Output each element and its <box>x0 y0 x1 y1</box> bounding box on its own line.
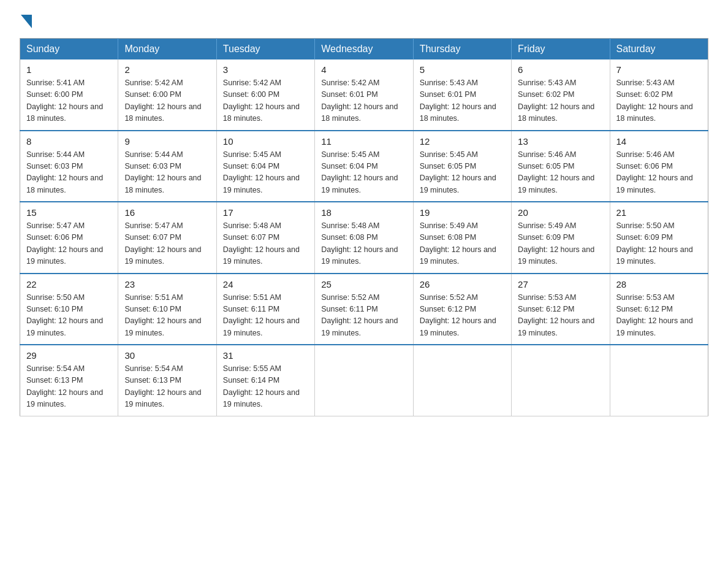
calendar-week-row: 8 Sunrise: 5:44 AM Sunset: 6:03 PM Dayli… <box>20 131 708 202</box>
day-number: 10 <box>223 136 308 147</box>
day-number: 24 <box>223 279 308 289</box>
day-info: Sunrise: 5:53 AM Sunset: 6:12 PM Dayligh… <box>518 292 603 340</box>
day-number: 14 <box>616 136 702 147</box>
day-info: Sunrise: 5:46 AM Sunset: 6:05 PM Dayligh… <box>518 149 603 197</box>
day-number: 8 <box>26 136 112 147</box>
day-number: 31 <box>223 350 308 361</box>
calendar-cell <box>512 345 610 416</box>
day-number: 30 <box>124 350 210 361</box>
day-info: Sunrise: 5:47 AM Sunset: 6:07 PM Dayligh… <box>124 220 210 268</box>
day-info: Sunrise: 5:42 AM Sunset: 6:01 PM Dayligh… <box>321 77 406 125</box>
calendar-cell: 31 Sunrise: 5:55 AM Sunset: 6:14 PM Dayl… <box>216 345 314 416</box>
logo-text <box>20 15 33 28</box>
day-number: 19 <box>420 207 505 218</box>
day-info: Sunrise: 5:43 AM Sunset: 6:02 PM Dayligh… <box>616 77 702 125</box>
calendar-cell: 18 Sunrise: 5:48 AM Sunset: 6:08 PM Dayl… <box>315 202 413 274</box>
day-info: Sunrise: 5:51 AM Sunset: 6:11 PM Dayligh… <box>223 292 308 340</box>
calendar-cell: 17 Sunrise: 5:48 AM Sunset: 6:07 PM Dayl… <box>216 202 314 274</box>
calendar-cell: 19 Sunrise: 5:49 AM Sunset: 6:08 PM Dayl… <box>413 202 511 274</box>
header-sunday: Sunday <box>20 39 118 60</box>
calendar-cell <box>610 345 708 416</box>
logo <box>20 15 33 26</box>
calendar-cell: 27 Sunrise: 5:53 AM Sunset: 6:12 PM Dayl… <box>512 274 610 345</box>
day-info: Sunrise: 5:49 AM Sunset: 6:08 PM Dayligh… <box>420 220 505 268</box>
day-number: 28 <box>616 279 702 289</box>
calendar-cell: 14 Sunrise: 5:46 AM Sunset: 6:06 PM Dayl… <box>610 131 708 202</box>
calendar-header-row: SundayMondayTuesdayWednesdayThursdayFrid… <box>20 39 708 60</box>
calendar-cell: 7 Sunrise: 5:43 AM Sunset: 6:02 PM Dayli… <box>610 59 708 131</box>
calendar-cell: 4 Sunrise: 5:42 AM Sunset: 6:01 PM Dayli… <box>315 59 413 131</box>
day-info: Sunrise: 5:44 AM Sunset: 6:03 PM Dayligh… <box>26 149 112 197</box>
day-number: 3 <box>223 64 308 75</box>
calendar-cell: 11 Sunrise: 5:45 AM Sunset: 6:04 PM Dayl… <box>315 131 413 202</box>
calendar-cell: 13 Sunrise: 5:46 AM Sunset: 6:05 PM Dayl… <box>512 131 610 202</box>
day-number: 6 <box>518 64 603 75</box>
calendar-cell: 3 Sunrise: 5:42 AM Sunset: 6:00 PM Dayli… <box>216 59 314 131</box>
day-number: 27 <box>518 279 603 289</box>
header-wednesday: Wednesday <box>315 39 413 60</box>
day-info: Sunrise: 5:54 AM Sunset: 6:13 PM Dayligh… <box>124 363 210 411</box>
day-number: 1 <box>26 64 112 75</box>
day-number: 5 <box>420 64 505 75</box>
day-number: 22 <box>26 279 112 289</box>
day-number: 7 <box>616 64 702 75</box>
day-number: 18 <box>321 207 406 218</box>
day-number: 15 <box>26 207 112 218</box>
day-info: Sunrise: 5:54 AM Sunset: 6:13 PM Dayligh… <box>26 363 112 411</box>
day-info: Sunrise: 5:48 AM Sunset: 6:07 PM Dayligh… <box>223 220 308 268</box>
calendar-cell: 15 Sunrise: 5:47 AM Sunset: 6:06 PM Dayl… <box>20 202 118 274</box>
day-number: 4 <box>321 64 406 75</box>
day-info: Sunrise: 5:50 AM Sunset: 6:10 PM Dayligh… <box>26 292 112 340</box>
day-number: 26 <box>420 279 505 289</box>
day-info: Sunrise: 5:50 AM Sunset: 6:09 PM Dayligh… <box>616 220 702 268</box>
header-thursday: Thursday <box>413 39 511 60</box>
day-info: Sunrise: 5:51 AM Sunset: 6:10 PM Dayligh… <box>124 292 210 340</box>
calendar-cell: 28 Sunrise: 5:53 AM Sunset: 6:12 PM Dayl… <box>610 274 708 345</box>
day-number: 20 <box>518 207 603 218</box>
calendar-cell: 1 Sunrise: 5:41 AM Sunset: 6:00 PM Dayli… <box>20 59 118 131</box>
day-info: Sunrise: 5:48 AM Sunset: 6:08 PM Dayligh… <box>321 220 406 268</box>
header-friday: Friday <box>512 39 610 60</box>
header-saturday: Saturday <box>610 39 708 60</box>
day-info: Sunrise: 5:52 AM Sunset: 6:11 PM Dayligh… <box>321 292 406 340</box>
calendar-cell <box>315 345 413 416</box>
calendar-cell: 20 Sunrise: 5:49 AM Sunset: 6:09 PM Dayl… <box>512 202 610 274</box>
day-number: 13 <box>518 136 603 147</box>
header-tuesday: Tuesday <box>216 39 314 60</box>
day-number: 11 <box>321 136 406 147</box>
calendar-table: SundayMondayTuesdayWednesdayThursdayFrid… <box>20 38 708 416</box>
day-number: 25 <box>321 279 406 289</box>
day-number: 9 <box>124 136 210 147</box>
day-info: Sunrise: 5:45 AM Sunset: 6:04 PM Dayligh… <box>321 149 406 197</box>
header-monday: Monday <box>118 39 216 60</box>
calendar-cell: 9 Sunrise: 5:44 AM Sunset: 6:03 PM Dayli… <box>118 131 216 202</box>
day-info: Sunrise: 5:44 AM Sunset: 6:03 PM Dayligh… <box>124 149 210 197</box>
day-info: Sunrise: 5:43 AM Sunset: 6:01 PM Dayligh… <box>420 77 505 125</box>
day-info: Sunrise: 5:45 AM Sunset: 6:04 PM Dayligh… <box>223 149 308 197</box>
calendar-cell: 2 Sunrise: 5:42 AM Sunset: 6:00 PM Dayli… <box>118 59 216 131</box>
calendar-week-row: 22 Sunrise: 5:50 AM Sunset: 6:10 PM Dayl… <box>20 274 708 345</box>
page-header <box>20 15 708 26</box>
calendar-week-row: 15 Sunrise: 5:47 AM Sunset: 6:06 PM Dayl… <box>20 202 708 274</box>
day-number: 2 <box>124 64 210 75</box>
day-info: Sunrise: 5:43 AM Sunset: 6:02 PM Dayligh… <box>518 77 603 125</box>
day-number: 12 <box>420 136 505 147</box>
day-info: Sunrise: 5:55 AM Sunset: 6:14 PM Dayligh… <box>223 363 308 411</box>
day-info: Sunrise: 5:49 AM Sunset: 6:09 PM Dayligh… <box>518 220 603 268</box>
day-info: Sunrise: 5:42 AM Sunset: 6:00 PM Dayligh… <box>223 77 308 125</box>
calendar-cell: 6 Sunrise: 5:43 AM Sunset: 6:02 PM Dayli… <box>512 59 610 131</box>
day-number: 16 <box>124 207 210 218</box>
calendar-cell: 23 Sunrise: 5:51 AM Sunset: 6:10 PM Dayl… <box>118 274 216 345</box>
calendar-cell: 16 Sunrise: 5:47 AM Sunset: 6:07 PM Dayl… <box>118 202 216 274</box>
day-info: Sunrise: 5:52 AM Sunset: 6:12 PM Dayligh… <box>420 292 505 340</box>
day-info: Sunrise: 5:47 AM Sunset: 6:06 PM Dayligh… <box>26 220 112 268</box>
day-info: Sunrise: 5:41 AM Sunset: 6:00 PM Dayligh… <box>26 77 112 125</box>
day-info: Sunrise: 5:42 AM Sunset: 6:00 PM Dayligh… <box>124 77 210 125</box>
day-number: 29 <box>26 350 112 361</box>
logo-triangle-icon <box>21 15 32 28</box>
day-info: Sunrise: 5:53 AM Sunset: 6:12 PM Dayligh… <box>616 292 702 340</box>
calendar-cell: 12 Sunrise: 5:45 AM Sunset: 6:05 PM Dayl… <box>413 131 511 202</box>
calendar-cell: 26 Sunrise: 5:52 AM Sunset: 6:12 PM Dayl… <box>413 274 511 345</box>
day-info: Sunrise: 5:46 AM Sunset: 6:06 PM Dayligh… <box>616 149 702 197</box>
calendar-cell: 25 Sunrise: 5:52 AM Sunset: 6:11 PM Dayl… <box>315 274 413 345</box>
